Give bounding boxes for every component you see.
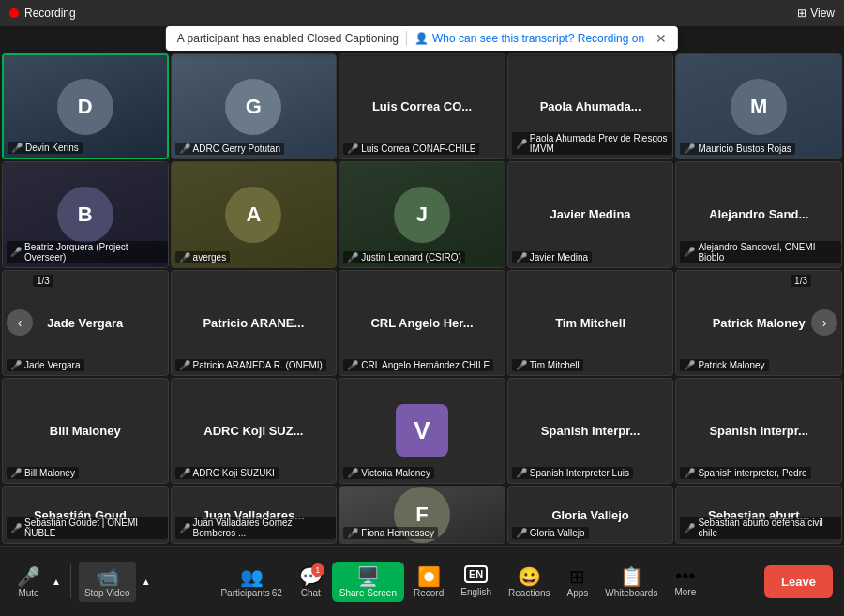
- participants-label: Participants: [220, 588, 269, 598]
- english-label: English: [460, 587, 491, 597]
- mic-icon-mauricio: 🎤: [684, 143, 695, 154]
- video-cell-luis: Luis Correa CO... 🎤 Luis Correa CONAF-CH…: [339, 53, 505, 159]
- video-cell-gloria: Gloria Vallejo 🎤 Gloria Vallejo: [507, 486, 674, 544]
- toolbar-center: 👥 Participants 62 💬 1 Chat 🖥️ Share Scre…: [213, 562, 703, 602]
- video-cell-tim: Tim Mitchell 🎤 Tim Mitchell: [507, 270, 674, 376]
- video-cell-juan: Juan Valladares... 🎤 Juan Valladares Gom…: [171, 486, 338, 544]
- mic-icon-bill: 🎤: [10, 468, 22, 478]
- video-cell-averges: A 🎤 averges: [171, 161, 338, 267]
- name-label-paola: 🎤 Paola Ahumada Prev de Riesgos IMVM: [512, 132, 673, 155]
- mic-icon-spanish-pedro: 🎤: [684, 468, 695, 478]
- mic-icon-gloria: 🎤: [516, 528, 527, 538]
- nav-prev-button[interactable]: ‹: [7, 309, 33, 336]
- video-cell-paola: Paola Ahumada... 🎤 Paola Ahumada Prev de…: [507, 53, 674, 159]
- name-label-patrick: 🎤 Patrick Maloney: [680, 359, 768, 371]
- participants-icon: 👥: [240, 565, 264, 588]
- name-label-sebastian: 🎤 Sebastián Goudet | ONEMI ÑUBLE: [7, 517, 168, 539]
- video-cell-patrick: Patrick Maloney › 1/3 🎤 Patrick Maloney: [675, 270, 842, 376]
- participants-button[interactable]: 👥 Participants 62: [213, 562, 289, 602]
- stop-video-button[interactable]: 📹 Stop Video: [79, 562, 136, 602]
- divider: [406, 31, 407, 46]
- name-label-fiona: 🎤 Fiona Hennessey: [343, 527, 438, 539]
- view-button[interactable]: ⊞ View: [797, 7, 835, 20]
- toolbar-left: 🎤 Mute ▲ 📹 Stop Video ▲: [11, 562, 153, 602]
- chat-button[interactable]: 💬 1 Chat: [292, 562, 330, 602]
- mic-icon-juan: 🎤: [179, 523, 190, 533]
- video-cell-jade: ‹ 1/3 Jade Vergara 🎤 Jade Vergara: [2, 270, 169, 376]
- name-label-juan: 🎤 Juan Valladares Gomez Bomberos ...: [175, 517, 337, 539]
- mic-icon-spanish-luis: 🎤: [516, 468, 527, 478]
- name-label-jade: 🎤 Jade Vergara: [7, 359, 84, 371]
- name-label-gerry: 🎤 ADRC Gerry Potutan: [175, 143, 284, 155]
- mic-icon-crl-angelo: 🎤: [347, 360, 358, 370]
- more-label: More: [674, 587, 696, 597]
- name-label-averges: 🎤 averges: [175, 251, 231, 263]
- nav-next-button[interactable]: ›: [811, 309, 837, 336]
- apps-icon: ⊞: [569, 565, 585, 588]
- reactions-button[interactable]: 😀 Reactions: [501, 562, 557, 602]
- name-label-javier: 🎤 Javier Medina: [512, 251, 592, 263]
- name-label-sebastian-a: 🎤 Sebastian aburto defensa civil chile: [680, 517, 841, 539]
- video-cell-mauricio: M 🎤 Mauricio Bustos Rojas: [675, 53, 842, 159]
- name-label-bill: 🎤 Bill Maloney: [7, 467, 79, 479]
- whiteboards-label: Whiteboards: [605, 588, 657, 598]
- mic-icon-alejandro: 🎤: [684, 247, 695, 257]
- mic-icon-sebastian-a: 🎤: [684, 523, 695, 533]
- who-can-see[interactable]: 👤 Who can see this transcript? Recording…: [414, 32, 644, 45]
- mic-icon-patricio: 🎤: [179, 360, 190, 370]
- name-label-devin: 🎤 Devin Kerins: [8, 142, 83, 154]
- mic-icon-justin: 🎤: [347, 252, 358, 263]
- mic-icon-averges: 🎤: [179, 252, 190, 263]
- record-button[interactable]: ⏺️ Record: [406, 562, 451, 602]
- record-label: Record: [414, 588, 444, 598]
- mute-label: Mute: [18, 588, 38, 598]
- mic-icon-tim: 🎤: [516, 360, 527, 370]
- chat-badge: 1: [311, 563, 324, 577]
- video-cell-victoria: V 🎤 Victoria Maloney: [339, 378, 505, 484]
- share-screen-icon: 🖥️: [356, 565, 380, 588]
- video-cell-crl-angelo: CRL Angelo Her... 🎤 CRL Angelo Hernández…: [339, 270, 505, 376]
- video-cell-javier: Javier Medina 🎤 Javier Medina: [507, 161, 674, 267]
- video-cell-devin: D 🎤 Devin Kerins: [2, 53, 169, 159]
- participants-count-badge: 62: [272, 588, 282, 598]
- page-indicator-right: 1/3: [791, 275, 811, 287]
- video-cell-fiona: F 🎤 Fiona Hennessey: [339, 486, 505, 544]
- chat-label: Chat: [301, 588, 321, 598]
- video-cell-alejandro: Alejandro Sand... 🎤 Alejandro Sandoval, …: [675, 161, 842, 267]
- name-label-crl-angelo: 🎤 CRL Angelo Hernández CHILE: [343, 359, 493, 371]
- name-label-spanish-pedro: 🎤 Spanish interpreter, Pedro: [680, 467, 810, 479]
- share-screen-label: Share Screen: [339, 588, 397, 598]
- name-label-luis: 🎤 Luis Correa CONAF-CHILE: [343, 143, 479, 155]
- person-icon: 👤: [414, 32, 429, 45]
- mic-icon-paola: 🎤: [516, 139, 527, 149]
- mute-button[interactable]: 🎤 Mute: [11, 562, 46, 602]
- share-screen-button[interactable]: 🖥️ Share Screen: [332, 562, 404, 602]
- notification-bar: A participant has enabled Closed Caption…: [166, 26, 678, 51]
- more-button[interactable]: ••• More: [667, 562, 703, 601]
- stop-video-caret-button[interactable]: ▲: [140, 575, 153, 589]
- mic-icon-devin: 🎤: [11, 143, 23, 153]
- name-label-tim: 🎤 Tim Mitchell: [512, 359, 583, 371]
- video-cell-sebastian-a: Sebastian aburt... 🎤 Sebastian aburto de…: [675, 486, 842, 544]
- mic-icon-gerry: 🎤: [179, 143, 190, 154]
- cc-icon: EN: [464, 565, 488, 583]
- name-label-patricio: 🎤 Patricio ARANEDA R. (ONEMI): [175, 359, 326, 371]
- whiteboards-button[interactable]: 📋 Whiteboards: [597, 562, 665, 602]
- english-cc-button[interactable]: EN English: [453, 562, 499, 601]
- video-cell-patricio: Patricio ARANE... 🎤 Patricio ARANEDA R. …: [171, 270, 338, 376]
- mic-icon-luis: 🎤: [347, 143, 358, 154]
- name-label-gloria: 🎤 Gloria Vallejo: [512, 527, 589, 539]
- apps-button[interactable]: ⊞ Apps: [560, 562, 596, 602]
- mute-caret-button[interactable]: ▲: [50, 575, 63, 589]
- leave-button[interactable]: Leave: [764, 565, 833, 598]
- video-cell-sebastian: Sebastián Goud... 🎤 Sebastián Goudet | O…: [2, 486, 169, 544]
- recording-title: Recording: [24, 7, 76, 20]
- name-label-alejandro: 🎤 Alejandro Sandoval, ONEMI Bioblo: [680, 241, 841, 263]
- video-grid: D 🎤 Devin Kerins G 🎤 ADRC Gerry Potutan …: [0, 52, 844, 546]
- mic-icon-koji: 🎤: [179, 468, 190, 478]
- name-label-koji: 🎤 ADRC Koji SUZUKI: [175, 467, 279, 479]
- apps-label: Apps: [567, 588, 589, 598]
- mic-icon-jade: 🎤: [10, 360, 22, 370]
- name-label-beatriz: 🎤 Beatriz Jorquera (Project Overseer): [7, 241, 168, 263]
- notification-close-button[interactable]: ✕: [656, 31, 667, 46]
